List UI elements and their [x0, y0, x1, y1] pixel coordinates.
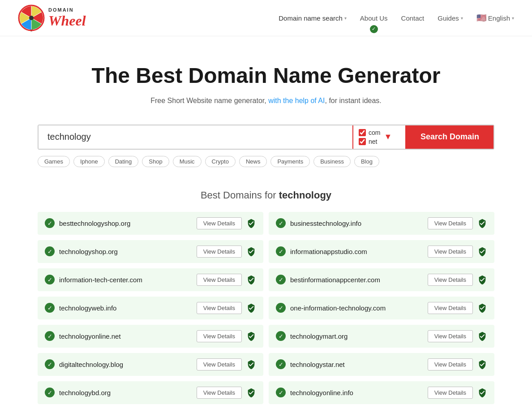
domain-check-icon: ✓ [45, 359, 55, 369]
domain-check-icon: ✓ [276, 359, 286, 369]
main-nav: Domain name search ▾ About Us ✓ Contact … [279, 13, 514, 23]
domain-check-icon: ✓ [45, 246, 55, 256]
tag-item[interactable]: Crypto [205, 156, 236, 167]
domain-row: ✓ besttechnologyshop.org View Details [38, 212, 263, 235]
domain-check-icon: ✓ [45, 218, 55, 228]
tld-net-option[interactable]: net [359, 138, 380, 145]
tld-com-option[interactable]: com [359, 129, 380, 136]
tag-item[interactable]: Games [38, 156, 70, 167]
view-details-button[interactable]: View Details [197, 246, 242, 258]
tld-net-label: net [369, 138, 377, 145]
domain-name: bestinformationappcenter.com [290, 276, 423, 284]
domain-row: ✓ businesstechnology.info View Details [269, 212, 494, 235]
shield-icon [477, 359, 487, 369]
view-details-button[interactable]: View Details [428, 274, 473, 286]
domain-row: ✓ technologyshop.org View Details [38, 240, 263, 263]
shield-icon [246, 218, 256, 228]
domain-name: businesstechnology.info [290, 220, 423, 227]
about-badge: ✓ [370, 25, 378, 33]
domain-check-icon: ✓ [276, 218, 286, 228]
tld-dropdown-arrow[interactable]: ▼ [384, 132, 392, 142]
guides-arrow: ▾ [461, 16, 463, 21]
search-button[interactable]: Search Domain [406, 125, 493, 149]
tag-item[interactable]: Music [173, 156, 202, 167]
shield-icon [477, 303, 487, 313]
search-input[interactable] [39, 125, 352, 149]
nav-language[interactable]: 🇺🇸 English ▾ [476, 13, 514, 23]
shield-icon [246, 331, 256, 341]
language-arrow: ▾ [512, 16, 514, 21]
domain-row: ✓ technologyweb.info View Details [38, 297, 263, 319]
domain-check-icon: ✓ [276, 275, 286, 284]
tag-item[interactable]: Payments [270, 156, 310, 167]
view-details-button[interactable]: View Details [197, 217, 242, 229]
shield-icon [477, 246, 487, 256]
shield-icon [477, 388, 487, 397]
nav-about[interactable]: About Us [360, 14, 388, 22]
domain-name: one-information-technology.com [290, 304, 423, 312]
domain-check-icon: ✓ [276, 388, 286, 397]
nav-contact[interactable]: Contact [401, 14, 425, 22]
shield-icon [246, 388, 256, 397]
shield-icon [477, 218, 487, 228]
svg-point-7 [29, 16, 34, 20]
tag-item[interactable]: Iphone [73, 156, 105, 167]
tld-options: com net [359, 129, 380, 145]
tag-item[interactable]: Blog [354, 156, 379, 167]
domain-check-icon: ✓ [276, 331, 286, 341]
tag-item[interactable]: Dating [108, 156, 139, 167]
results-keyword: technology [279, 190, 331, 201]
shield-icon [246, 359, 256, 369]
nav-guides[interactable]: Guides ▾ [438, 14, 463, 22]
view-details-button[interactable]: View Details [428, 387, 473, 399]
tags-row: GamesIphoneDatingShopMusicCryptoNewsPaym… [38, 156, 494, 167]
tag-item[interactable]: News [239, 156, 267, 167]
domain-name: technologyonline.net [59, 332, 192, 340]
tld-com-checkbox[interactable] [359, 129, 366, 136]
domain-name: digitaltechnology.blog [59, 361, 192, 368]
domain-check-icon: ✓ [45, 331, 55, 341]
domain-name: information-tech-center.com [59, 276, 192, 284]
domain-name: technologymart.org [290, 332, 423, 340]
domain-name: technologyonline.info [290, 389, 423, 396]
domain-row: ✓ information-tech-center.com View Detai… [38, 268, 263, 291]
logo-icon [18, 4, 45, 31]
view-details-button[interactable]: View Details [428, 217, 473, 229]
view-details-button[interactable]: View Details [428, 358, 473, 371]
view-details-button[interactable]: View Details [428, 330, 473, 342]
view-details-button[interactable]: View Details [428, 246, 473, 258]
results-grid: ✓ besttechnologyshop.org View Details ✓ … [38, 212, 494, 404]
shield-icon [477, 331, 487, 341]
domain-row: ✓ technologybd.org View Details [38, 381, 263, 404]
view-details-button[interactable]: View Details [197, 358, 242, 371]
nav-domain-search[interactable]: Domain name search ▾ [279, 14, 347, 22]
hero-subtitle: Free Short Website name generator, with … [9, 95, 523, 107]
tag-item[interactable]: Business [313, 156, 351, 167]
domain-name: technologyweb.info [59, 304, 192, 312]
tld-selector: com net ▼ [352, 125, 406, 149]
domain-row: ✓ technologyonline.net View Details [38, 325, 263, 348]
view-details-button[interactable]: View Details [197, 302, 242, 314]
domain-name: technologyshop.org [59, 248, 192, 255]
tag-item[interactable]: Shop [142, 156, 169, 167]
flag-icon: 🇺🇸 [476, 13, 486, 23]
view-details-button[interactable]: View Details [197, 330, 242, 342]
view-details-button[interactable]: View Details [197, 387, 242, 399]
domain-row: ✓ bestinformationappcenter.com View Deta… [269, 268, 494, 291]
view-details-button[interactable]: View Details [197, 274, 242, 286]
domain-row: ✓ digitaltechnology.blog View Details [38, 353, 263, 376]
domain-row: ✓ one-information-technology.com View De… [269, 297, 494, 319]
hero-link[interactable]: with the help of AI [268, 97, 325, 104]
tld-net-checkbox[interactable] [359, 138, 366, 145]
domain-check-icon: ✓ [276, 246, 286, 256]
hero-title: The Best Domain Name Generator [9, 63, 523, 88]
shield-icon [246, 275, 256, 284]
shield-icon [246, 246, 256, 256]
domain-check-icon: ✓ [45, 388, 55, 397]
view-details-button[interactable]: View Details [428, 302, 473, 314]
domain-search-arrow: ▾ [344, 16, 347, 21]
domain-row: ✓ technologymart.org View Details [269, 325, 494, 348]
domain-check-icon: ✓ [45, 303, 55, 313]
domain-name: technologybd.org [59, 389, 192, 396]
logo[interactable]: DOMAIN Wheel [18, 4, 86, 31]
